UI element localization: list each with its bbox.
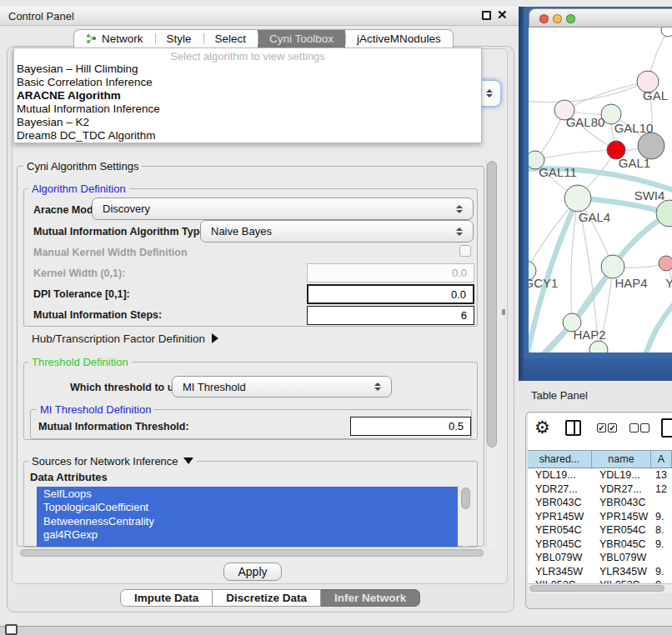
minimized-panel-icon[interactable]: [5, 624, 18, 635]
threshold-definition-legend: Threshold Definition: [28, 356, 132, 368]
mi-type-value: Naive Bayes: [211, 225, 272, 238]
table-row[interactable]: YER054CYER054C8.: [528, 523, 672, 538]
network-node[interactable]: [589, 341, 608, 352]
bottom-tab-impute-data[interactable]: Impute Data: [120, 589, 213, 607]
deselect-checkboxes-icon[interactable]: [640, 423, 649, 432]
tab-cyni-toolbox[interactable]: Cyni Toolbox: [258, 29, 345, 48]
desktop-left-edge: [519, 7, 524, 381]
node-label-swi4: SWI4: [634, 188, 665, 202]
table-header-row[interactable]: shared...nameA: [528, 450, 672, 468]
table-cell: YDR27...: [528, 482, 592, 497]
table-cell: YBR045C: [528, 538, 592, 552]
table-rows: YDL19...YDL19...13YDR27...YDR27...12YBR0…: [528, 468, 672, 583]
close-icon[interactable]: ✕: [497, 8, 508, 22]
table-cell: 13: [651, 468, 672, 482]
tab-style[interactable]: Style: [155, 29, 203, 48]
table-row[interactable]: YPR145WYPR145W9.: [528, 510, 672, 524]
tab-jactivemnodules[interactable]: jActiveMNodules: [345, 29, 454, 48]
dpi-tolerance-field[interactable]: 0.0: [307, 284, 474, 304]
network-edge[interactable]: [645, 302, 672, 352]
tab-network[interactable]: Network: [73, 29, 155, 48]
network-node[interactable]: [661, 28, 672, 37]
spinner-arrows-icon: [486, 89, 493, 98]
algorithm-option[interactable]: Bayesian – Hill Climbing: [17, 62, 138, 75]
mi-steps-field[interactable]: 6: [307, 306, 474, 325]
network-edge[interactable]: [535, 150, 616, 160]
mac-zoom-icon[interactable]: [566, 14, 575, 23]
manual-kernel-checkbox[interactable]: [459, 245, 471, 257]
settings-horizontal-scrollbar[interactable]: [20, 549, 484, 557]
select-all-checkboxes-icon[interactable]: ✓: [597, 423, 606, 432]
table-cell: YLR345W: [592, 565, 651, 579]
algorithm-option[interactable]: Mutual Information Inference: [17, 102, 160, 115]
table-cell: YBL079W: [592, 551, 651, 565]
bottom-tab-discretize-data[interactable]: Discretize Data: [213, 589, 321, 607]
new-table-icon[interactable]: [661, 418, 672, 438]
network-window-titlebar[interactable]: [529, 8, 672, 28]
select-all-checkboxes-icon[interactable]: ✓: [608, 423, 617, 432]
mi-threshold-field[interactable]: 0.5: [350, 417, 471, 436]
network-edge[interactable]: [529, 350, 599, 352]
table-horizontal-scrollbar-thumb[interactable]: [529, 585, 664, 592]
gear-icon[interactable]: ⚙: [534, 418, 550, 438]
deselect-checkboxes-icon[interactable]: [629, 423, 639, 432]
table-cell: YER054C: [592, 523, 651, 538]
bottom-tabs: Impute DataDiscretize DataInfer Network: [120, 589, 420, 607]
table-cell: 9.: [651, 538, 672, 552]
table-cell: YER054C: [528, 523, 592, 538]
mac-minimize-icon[interactable]: [553, 14, 562, 23]
manual-kernel-label: Manual Kernel Width Definition: [33, 247, 188, 258]
mi-type-select[interactable]: Naive Bayes: [200, 220, 474, 242]
column-header-2[interactable]: name: [592, 451, 651, 468]
tab-label: Select: [215, 32, 247, 45]
attribute-item[interactable]: SelfLoops: [37, 487, 458, 501]
attributes-scrollbar-thumb[interactable]: [461, 488, 470, 509]
settings-vertical-scrollbar-thumb[interactable]: [487, 161, 497, 448]
split-columns-icon[interactable]: [565, 420, 581, 436]
node-label-gal11: GAL11: [539, 165, 577, 179]
algorithm-option[interactable]: ARACNE Algorithm: [17, 89, 121, 102]
split-pane-grip[interactable]: [502, 309, 505, 315]
node-label-gal10: GAL10: [614, 121, 654, 135]
attribute-item[interactable]: BetweennessCentrality: [37, 514, 458, 528]
kernel-width-field[interactable]: 0.0: [307, 263, 474, 282]
table-row[interactable]: YBR043CYBR043C: [528, 496, 672, 510]
spinner-arrows-icon: [456, 228, 463, 236]
aracne-mode-select[interactable]: Discovery: [92, 198, 474, 220]
float-window-icon[interactable]: [482, 11, 491, 20]
mac-close-icon[interactable]: [539, 14, 549, 23]
attribute-item[interactable]: gal4RGexp: [37, 528, 458, 542]
table-row[interactable]: YBR045CYBR045C9.: [528, 538, 672, 552]
collapse-down-icon: [183, 458, 193, 464]
column-header-1[interactable]: shared...: [528, 451, 592, 468]
algorithm-option[interactable]: Dream8 DC_TDC Algorithm: [17, 129, 156, 142]
network-node-hap4[interactable]: [601, 255, 624, 278]
table-row[interactable]: YDR27...YDR27...12: [528, 482, 672, 497]
table-row[interactable]: YBL079WYBL079W: [528, 551, 672, 565]
table-row[interactable]: YDL19...YDL19...13: [528, 468, 672, 482]
network-node-y[interactable]: [659, 256, 672, 271]
tab-select[interactable]: Select: [203, 29, 258, 48]
network-canvas[interactable]: GALGAL80GAL10GAL1GAL11SWI4GAL4GCY1HAP4YH…: [529, 28, 672, 352]
table-cell: [651, 551, 672, 565]
attribute-item[interactable]: TopologicalCoefficient: [37, 501, 458, 515]
node-label-gal1: GAL1: [619, 156, 650, 170]
spinner-arrows-icon: [374, 382, 381, 391]
data-attributes-list[interactable]: SelfLoopsTopologicalCoefficientBetweenne…: [37, 487, 458, 547]
table-row[interactable]: YLR345WYLR345W9.: [528, 565, 672, 579]
column-header-3[interactable]: A: [651, 451, 672, 468]
network-node-gal4[interactable]: [564, 185, 591, 212]
table-cell: YPR145W: [528, 510, 592, 524]
hub-definition-toggle[interactable]: Hub/Transcription Factor Definition: [32, 332, 218, 345]
apply-button[interactable]: Apply: [223, 562, 282, 581]
algorithm-option[interactable]: Basic Correlation Inference: [17, 76, 153, 88]
table-cell: YBR043C: [528, 496, 592, 510]
mi-type-label: Mutual Information Algorithm Type:: [33, 226, 208, 238]
sources-legend-toggle[interactable]: Sources for Network Inference: [28, 455, 197, 468]
bottom-tab-infer-network[interactable]: Infer Network: [321, 589, 420, 607]
which-threshold-select[interactable]: MI Threshold: [172, 376, 392, 398]
which-threshold-label: Which threshold to use:: [70, 382, 188, 393]
algorithm-option[interactable]: Bayesian – K2: [17, 116, 89, 128]
table-cell: YDL19...: [592, 468, 651, 482]
kernel-width-label: Kernel Width (0,1):: [33, 268, 125, 279]
